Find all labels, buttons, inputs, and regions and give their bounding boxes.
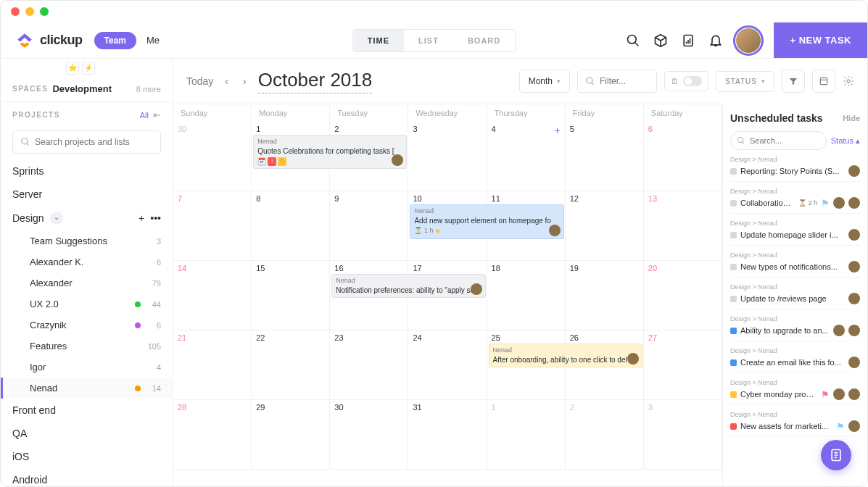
calendar-cell[interactable]: 15: [252, 261, 330, 330]
unscheduled-task[interactable]: Design > Nenad Ability to upgrade to an.…: [730, 315, 860, 341]
hide-panel-button[interactable]: Hide: [843, 114, 860, 122]
filter-input[interactable]: [577, 70, 657, 93]
unscheduled-search-input[interactable]: [730, 131, 827, 150]
user-avatar[interactable]: [736, 28, 761, 53]
archive-icon[interactable]: [812, 70, 835, 93]
calendar-cell[interactable]: 19: [566, 261, 644, 330]
project-design[interactable]: Design ⌄ + •••: [1, 206, 173, 230]
view-tab-time[interactable]: TIME: [353, 30, 404, 51]
notepad-fab[interactable]: [821, 440, 851, 470]
task-card[interactable]: NenadAdd new support element on homepage…: [410, 204, 563, 239]
list-item[interactable]: Alexander K.6: [1, 251, 173, 272]
spaces-more[interactable]: 8 more: [136, 85, 161, 93]
list-item[interactable]: Igor4: [1, 357, 173, 378]
add-list-icon[interactable]: +: [139, 212, 144, 224]
calendar-cell[interactable]: 16NenadNotification preferences: ability…: [330, 261, 408, 330]
calendar-cell[interactable]: 30: [173, 122, 252, 191]
minimize-window-dot[interactable]: [25, 7, 34, 16]
clipboard-icon[interactable]: [681, 33, 695, 48]
calendar-cell[interactable]: 23: [330, 330, 408, 400]
add-task-icon[interactable]: +: [555, 125, 561, 136]
calendar-cell[interactable]: 3: [644, 400, 722, 470]
project-ios[interactable]: iOS: [1, 445, 173, 468]
range-selector[interactable]: Month▾: [519, 70, 570, 93]
projects-all-link[interactable]: All: [140, 111, 149, 120]
collapse-sidebar-icon[interactable]: ⇤: [153, 109, 161, 120]
list-item[interactable]: Features105: [1, 336, 173, 357]
bell-icon[interactable]: [708, 33, 723, 48]
list-item[interactable]: UX 2.044: [1, 294, 173, 315]
calendar-cell[interactable]: 18: [487, 261, 566, 330]
calendar-cell[interactable]: 22: [252, 330, 330, 400]
unscheduled-task[interactable]: Design > Nenad Cyber monday promo ... ⚑: [730, 379, 860, 405]
calendar-cell[interactable]: 14: [173, 261, 252, 330]
new-task-button[interactable]: + NEW TASK: [774, 22, 867, 58]
weekend-toggle[interactable]: 🗓: [664, 71, 708, 91]
task-card[interactable]: NenadAfter onboarding, ability to one cl…: [489, 344, 642, 367]
unscheduled-task[interactable]: Design > Nenad Update homepage slider i.…: [730, 220, 860, 246]
project-server[interactable]: Server: [1, 183, 173, 206]
task-card[interactable]: NenadNotification preferences: ability t…: [331, 274, 485, 298]
space-development[interactable]: Development: [52, 83, 112, 94]
unscheduled-task[interactable]: Design > Nenad Update to /reviews page: [730, 283, 860, 309]
project-frontend[interactable]: Front end: [1, 399, 173, 422]
filter-icon[interactable]: [782, 70, 805, 93]
maximize-window-dot[interactable]: [40, 7, 49, 16]
sidebar-search-input[interactable]: [12, 130, 161, 154]
calendar-cell[interactable]: 3: [408, 122, 487, 191]
prev-month-button[interactable]: ‹: [222, 75, 231, 87]
list-item[interactable]: Alexander79: [1, 272, 173, 294]
calendar-cell[interactable]: 13: [644, 191, 722, 261]
status-filter[interactable]: STATUS▾: [716, 71, 774, 92]
bolt-badge[interactable]: ⚡: [82, 62, 95, 75]
project-sprints[interactable]: Sprints: [1, 159, 173, 183]
team-pill[interactable]: Team: [94, 32, 136, 49]
view-tab-list[interactable]: LIST: [404, 30, 453, 51]
task-card[interactable]: NenadQuotes Celebrations for completing …: [253, 135, 407, 169]
calendar-cell[interactable]: 20: [644, 261, 722, 330]
unscheduled-task[interactable]: Design > Nenad Collaboration De... ⏳ 2 h…: [730, 188, 860, 214]
view-tab-board[interactable]: BOARD: [453, 30, 515, 51]
gear-icon[interactable]: [843, 75, 854, 87]
close-window-dot[interactable]: [11, 7, 20, 16]
calendar-cell[interactable]: 29: [252, 400, 330, 470]
calendar-cell[interactable]: 7: [173, 191, 252, 261]
list-item[interactable]: Team Suggestions3: [1, 230, 173, 251]
calendar-cell[interactable]: 6: [644, 122, 722, 191]
calendar-cell[interactable]: 9: [330, 191, 408, 261]
unscheduled-task[interactable]: Design > Nenad New types of notification…: [730, 251, 860, 278]
calendar-cell[interactable]: 10NenadAdd new support element on homepa…: [408, 191, 487, 261]
calendar-cell[interactable]: 5: [566, 122, 644, 191]
today-button[interactable]: Today: [186, 75, 213, 87]
list-item[interactable]: Crazynik6: [1, 315, 173, 336]
box-icon[interactable]: [653, 33, 668, 48]
calendar-cell[interactable]: 30: [330, 400, 408, 470]
calendar-title[interactable]: October 2018: [258, 69, 373, 93]
calendar-cell[interactable]: 4+: [487, 122, 566, 191]
calendar-cell[interactable]: 24: [408, 330, 487, 400]
calendar-cell[interactable]: 8: [252, 191, 330, 261]
star-badge[interactable]: ⭐: [66, 62, 79, 75]
unscheduled-task[interactable]: Design > Nenad Reporting: Story Points (…: [730, 156, 860, 182]
project-qa[interactable]: QA: [1, 422, 173, 445]
project-android[interactable]: Android: [1, 468, 173, 487]
unscheduled-task[interactable]: Design > Nenad New assets for marketi...…: [730, 411, 860, 437]
unscheduled-panel: Unscheduled tasks Hide Status ▴ Design >…: [722, 104, 867, 487]
unscheduled-task[interactable]: Design > Nenad Create an email like this…: [730, 347, 860, 373]
calendar-cell[interactable]: 28: [173, 400, 252, 470]
unscheduled-status-filter[interactable]: Status ▴: [831, 136, 860, 146]
calendar-cell[interactable]: 12: [566, 191, 644, 261]
calendar-cell[interactable]: 27: [644, 330, 722, 400]
calendar-cell[interactable]: 21: [173, 330, 252, 400]
search-icon[interactable]: [626, 33, 640, 48]
list-item[interactable]: Nenad14: [1, 378, 173, 399]
calendar-cell[interactable]: 1: [487, 400, 566, 470]
calendar-cell[interactable]: 25NenadAfter onboarding, ability to one …: [487, 330, 566, 400]
calendar-cell[interactable]: 1NenadQuotes Celebrations for completing…: [252, 122, 330, 191]
next-month-button[interactable]: ›: [240, 75, 249, 87]
logo[interactable]: clickup: [15, 31, 83, 50]
calendar-cell[interactable]: 31: [408, 400, 487, 470]
me-link[interactable]: Me: [146, 35, 160, 46]
more-options-icon[interactable]: •••: [150, 212, 161, 224]
calendar-cell[interactable]: 2: [566, 400, 644, 470]
